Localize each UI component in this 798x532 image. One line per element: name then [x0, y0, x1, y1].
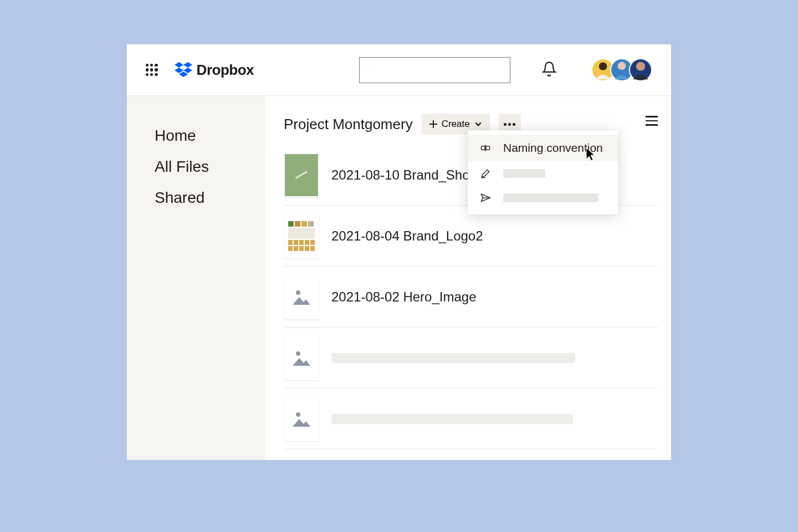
skeleton-placeholder	[503, 193, 598, 202]
skeleton-placeholder	[331, 414, 573, 424]
app-window: Dropbox Home All Files Shared	[127, 44, 671, 460]
search-icon	[367, 64, 368, 75]
menu-item[interactable]	[468, 161, 618, 186]
image-placeholder-icon	[291, 348, 311, 368]
sidebar-item-shared[interactable]: Shared	[155, 189, 265, 207]
skeleton-placeholder	[503, 169, 545, 178]
brand-name: Dropbox	[197, 62, 254, 79]
file-thumbnail	[284, 153, 319, 197]
search-input[interactable]	[374, 64, 502, 76]
rename-icon	[480, 142, 491, 154]
image-placeholder-icon	[291, 287, 311, 307]
sidebar: Home All Files Shared	[127, 96, 265, 460]
svg-point-3	[618, 62, 626, 70]
file-name: 2021-08-04 Brand_Logo2	[331, 228, 483, 244]
file-row[interactable]: 2021-08-04 Brand_Logo2	[284, 206, 658, 267]
cursor-icon	[585, 147, 596, 163]
brand-logo[interactable]: Dropbox	[175, 62, 254, 79]
file-thumbnail	[284, 397, 319, 441]
create-label: Create	[442, 119, 470, 130]
file-name: 2021-08-02 Hero_Image	[331, 289, 477, 305]
file-thumbnail	[284, 336, 319, 380]
sidebar-item-home[interactable]: Home	[155, 127, 265, 145]
file-thumbnail	[284, 214, 319, 258]
body: Home All Files Shared Project Montgomery…	[127, 96, 671, 460]
svg-rect-10	[482, 146, 485, 150]
chevron-down-icon	[474, 120, 482, 128]
image-placeholder-icon	[291, 409, 311, 429]
svg-point-2	[599, 62, 607, 70]
avatar-stack[interactable]	[591, 58, 652, 81]
apps-launcher-icon[interactable]	[146, 64, 158, 76]
folder-title: Project Montgomery	[284, 116, 413, 133]
svg-point-4	[636, 62, 645, 71]
file-row[interactable]	[284, 328, 658, 388]
context-menu: Naming convention	[468, 130, 618, 214]
notifications-button[interactable]	[541, 61, 557, 79]
main-content: Project Montgomery Create 2021-08-10 Bra…	[265, 96, 671, 460]
file-row[interactable]: 2021-08-02 Hero_Image	[284, 267, 658, 328]
sidebar-item-all-files[interactable]: All Files	[155, 158, 265, 176]
svg-point-7	[296, 290, 300, 295]
plus-icon	[429, 120, 437, 128]
svg-rect-11	[486, 146, 490, 150]
skeleton-placeholder	[331, 353, 575, 363]
bell-icon	[541, 61, 557, 76]
menu-item[interactable]	[468, 186, 618, 210]
header: Dropbox	[127, 44, 671, 96]
svg-point-9	[296, 412, 300, 417]
dropbox-icon	[175, 62, 192, 78]
avatar[interactable]	[629, 58, 652, 81]
edit-icon	[480, 168, 491, 179]
file-thumbnail	[284, 275, 319, 319]
svg-point-8	[296, 351, 300, 356]
file-name: 2021-08-10 Brand_Shoot	[331, 167, 481, 183]
view-options-button[interactable]	[646, 116, 658, 126]
file-row[interactable]	[284, 388, 658, 449]
send-icon	[480, 192, 491, 203]
svg-point-0	[367, 70, 368, 70]
search-box[interactable]	[359, 57, 510, 83]
